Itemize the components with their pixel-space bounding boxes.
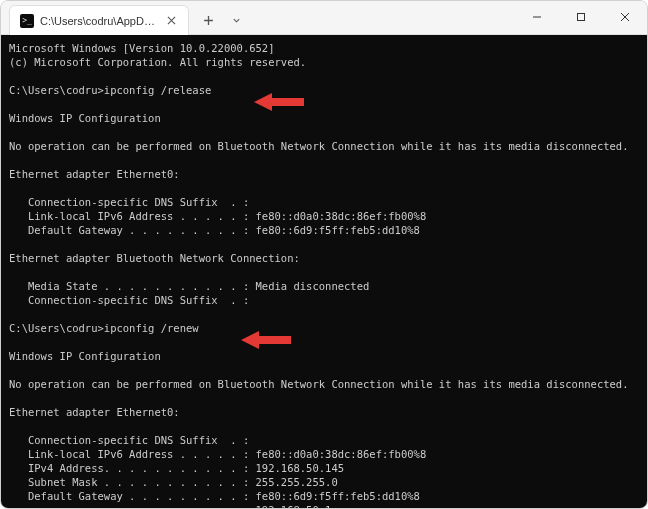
new-tab-button[interactable] bbox=[195, 7, 221, 33]
window-controls bbox=[515, 1, 647, 33]
terminal-line: Microsoft Windows [Version 10.0.22000.65… bbox=[9, 41, 639, 55]
terminal-body[interactable]: Microsoft Windows [Version 10.0.22000.65… bbox=[1, 35, 647, 508]
terminal-line: Connection-specific DNS Suffix . : bbox=[9, 293, 639, 307]
terminal-line: Windows IP Configuration bbox=[9, 111, 639, 125]
terminal-line: C:\Users\codru>ipconfig /renew bbox=[9, 321, 639, 335]
terminal-line bbox=[9, 307, 639, 321]
plus-icon bbox=[203, 15, 214, 26]
terminal-line: Ethernet adapter Bluetooth Network Conne… bbox=[9, 251, 639, 265]
terminal-line bbox=[9, 237, 639, 251]
terminal-line: Subnet Mask . . . . . . . . . . . : 255.… bbox=[9, 475, 639, 489]
close-icon bbox=[620, 12, 630, 22]
terminal-line: C:\Users\codru>ipconfig /release bbox=[9, 83, 639, 97]
terminal-line: Ethernet adapter Ethernet0: bbox=[9, 405, 639, 419]
tab-active[interactable]: >_ C:\Users\codru\AppData\Roa bbox=[9, 5, 189, 35]
terminal-line: Connection-specific DNS Suffix . : bbox=[9, 433, 639, 447]
terminal-line: Default Gateway . . . . . . . . . : fe80… bbox=[9, 489, 639, 503]
terminal-line: No operation can be performed on Bluetoo… bbox=[9, 139, 639, 153]
cmd-icon: >_ bbox=[20, 14, 34, 28]
tab-dropdown-button[interactable] bbox=[223, 7, 249, 33]
terminal-line bbox=[9, 391, 639, 405]
terminal-line bbox=[9, 125, 639, 139]
terminal-line: 192.168.50.1 bbox=[9, 503, 639, 508]
terminal-line: Connection-specific DNS Suffix . : bbox=[9, 195, 639, 209]
terminal-line bbox=[9, 419, 639, 433]
terminal-line: IPv4 Address. . . . . . . . . . . : 192.… bbox=[9, 461, 639, 475]
maximize-button[interactable] bbox=[559, 1, 603, 33]
close-window-button[interactable] bbox=[603, 1, 647, 33]
tab-title: C:\Users\codru\AppData\Roa bbox=[40, 15, 158, 27]
terminal-line bbox=[9, 335, 639, 349]
terminal-line: Windows IP Configuration bbox=[9, 349, 639, 363]
terminal-line bbox=[9, 265, 639, 279]
maximize-icon bbox=[576, 12, 586, 22]
terminal-line: Default Gateway . . . . . . . . . : fe80… bbox=[9, 223, 639, 237]
terminal-line bbox=[9, 97, 639, 111]
terminal-line: (c) Microsoft Corporation. All rights re… bbox=[9, 55, 639, 69]
minimize-button[interactable] bbox=[515, 1, 559, 33]
chevron-down-icon bbox=[232, 16, 241, 25]
terminal-line: Link-local IPv6 Address . . . . . : fe80… bbox=[9, 209, 639, 223]
terminal-line: Media State . . . . . . . . . . . : Medi… bbox=[9, 279, 639, 293]
terminal-line bbox=[9, 69, 639, 83]
x-icon bbox=[167, 16, 176, 25]
titlebar[interactable]: >_ C:\Users\codru\AppData\Roa bbox=[1, 1, 647, 35]
terminal-line: No operation can be performed on Bluetoo… bbox=[9, 377, 639, 391]
terminal-line bbox=[9, 153, 639, 167]
terminal-window: >_ C:\Users\codru\AppData\Roa Microsoft … bbox=[0, 0, 648, 509]
close-tab-button[interactable] bbox=[164, 14, 178, 28]
terminal-line: Link-local IPv6 Address . . . . . : fe80… bbox=[9, 447, 639, 461]
terminal-line bbox=[9, 181, 639, 195]
minimize-icon bbox=[532, 12, 542, 22]
svg-rect-0 bbox=[578, 14, 585, 21]
terminal-line: Ethernet adapter Ethernet0: bbox=[9, 167, 639, 181]
terminal-line bbox=[9, 363, 639, 377]
